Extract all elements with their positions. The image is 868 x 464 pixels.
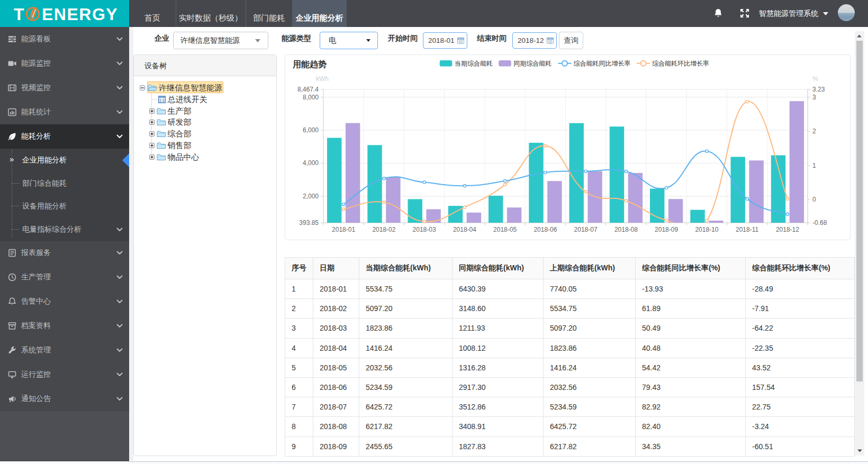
- svg-text:8,000: 8,000: [303, 94, 319, 101]
- svg-text:%: %: [812, 75, 818, 83]
- svg-text:2018-11: 2018-11: [736, 226, 758, 233]
- svg-text:8,467.4: 8,467.4: [297, 86, 319, 93]
- svg-text:2018-01: 2018-01: [332, 226, 355, 233]
- svg-text:2018-08: 2018-08: [614, 226, 638, 233]
- svg-text:2018-04: 2018-04: [453, 226, 476, 233]
- svg-text:2018-02: 2018-02: [372, 226, 395, 233]
- svg-text:同期综合能耗: 同期综合能耗: [513, 60, 551, 67]
- svg-text:3.23: 3.23: [812, 86, 825, 93]
- svg-text:2018-07: 2018-07: [574, 226, 598, 233]
- svg-text:2,000: 2,000: [303, 193, 319, 200]
- svg-text:393.85: 393.85: [299, 219, 319, 226]
- svg-text:2018-05: 2018-05: [493, 226, 517, 233]
- svg-text:综合能耗环比增长率: 综合能耗环比增长率: [652, 60, 709, 67]
- svg-text:-0.68: -0.68: [812, 219, 827, 226]
- svg-text:1: 1: [812, 162, 816, 169]
- svg-text:4,000: 4,000: [303, 159, 319, 167]
- svg-text:当期综合能耗: 当期综合能耗: [455, 60, 493, 67]
- svg-text:T: T: [14, 5, 24, 24]
- svg-text:综合能耗同比增长率: 综合能耗同比增长率: [573, 60, 630, 67]
- svg-text:2018-03: 2018-03: [413, 226, 436, 233]
- svg-text:2018-10: 2018-10: [695, 226, 718, 233]
- svg-text:6,000: 6,000: [303, 126, 319, 134]
- svg-text:2018-09: 2018-09: [655, 226, 678, 233]
- svg-text:2018-06: 2018-06: [534, 226, 557, 233]
- svg-text:0: 0: [812, 196, 816, 203]
- svg-text:ENERGY: ENERGY: [42, 5, 118, 24]
- svg-text:kWh: kWh: [316, 75, 329, 83]
- svg-text:3: 3: [812, 94, 816, 101]
- svg-text:2018-12: 2018-12: [776, 226, 799, 233]
- svg-text:2: 2: [812, 128, 816, 135]
